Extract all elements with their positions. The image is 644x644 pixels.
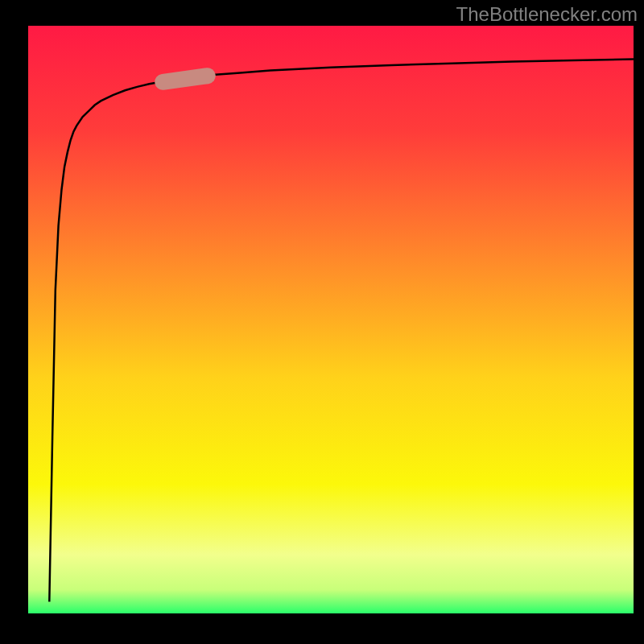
bottleneck-curve-line bbox=[49, 60, 634, 602]
plot-area bbox=[28, 26, 634, 613]
attribution-label: TheBottlenecker.com bbox=[456, 3, 638, 26]
curve-overlay bbox=[28, 26, 634, 613]
chart-container: TheBottlenecker.com bbox=[0, 0, 644, 644]
